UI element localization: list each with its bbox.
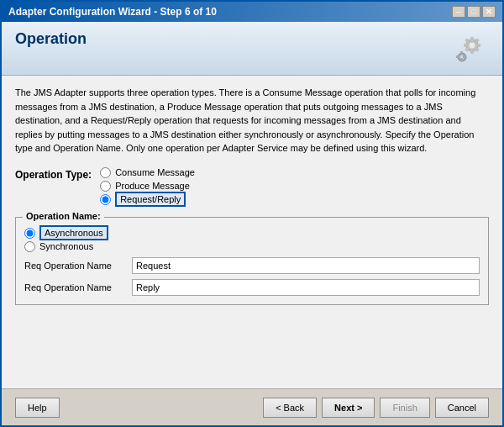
page-title: Operation — [15, 30, 87, 48]
async-radio[interactable] — [24, 228, 35, 239]
maximize-button[interactable]: □ — [467, 6, 480, 18]
sync-radio[interactable] — [24, 241, 35, 252]
cancel-button[interactable]: Cancel — [435, 398, 489, 418]
svg-rect-2 — [470, 37, 474, 41]
svg-rect-14 — [456, 55, 459, 58]
next-button[interactable]: Next > — [322, 398, 375, 418]
operation-type-label: Operation Type: — [15, 167, 92, 181]
svg-rect-3 — [470, 50, 474, 54]
description-text: The JMS Adapter supports three operation… — [15, 86, 489, 156]
req-op-name-label-1: Req Operation Name — [24, 261, 125, 271]
svg-point-1 — [470, 43, 475, 49]
requestreply-radio[interactable] — [100, 194, 111, 205]
svg-rect-13 — [460, 58, 463, 61]
consume-radio[interactable] — [100, 167, 111, 178]
help-button[interactable]: Help — [15, 398, 60, 418]
window-title: Adapter Configuration Wizard - Step 6 of… — [8, 6, 217, 18]
svg-rect-15 — [463, 55, 466, 58]
close-button[interactable]: ✕ — [482, 6, 496, 18]
finish-button[interactable]: Finish — [380, 398, 429, 418]
radio-sync[interactable]: Synchronous — [24, 241, 480, 252]
req-op-name-input-2[interactable] — [132, 279, 480, 296]
operation-type-radio-group: Consume Message Produce Message Request/… — [100, 167, 195, 205]
svg-rect-5 — [476, 44, 480, 47]
radio-requestreply[interactable]: Request/Reply — [100, 194, 195, 205]
radio-async[interactable]: Asynchronous — [24, 228, 480, 239]
operation-name-legend: Operation Name: — [23, 211, 104, 221]
req-op-name-row-1: Req Operation Name — [24, 257, 480, 274]
header-area: Operation — [2, 22, 502, 76]
wizard-window: Adapter Configuration Wizard - Step 6 of… — [0, 0, 504, 427]
async-label: Asynchronous — [39, 228, 108, 238]
footer-left: Help — [15, 398, 60, 418]
title-bar: Adapter Configuration Wizard - Step 6 of… — [2, 2, 502, 22]
svg-rect-4 — [464, 44, 468, 47]
op-name-radios: Asynchronous Synchronous — [24, 228, 480, 252]
produce-label: Produce Message — [115, 181, 190, 191]
produce-radio[interactable] — [100, 181, 111, 192]
footer: Help < Back Next > Finish Cancel — [2, 388, 502, 425]
radio-consume[interactable]: Consume Message — [100, 167, 195, 178]
operation-name-group: Operation Name: Asynchronous Synchronous… — [15, 217, 489, 305]
req-op-name-row-2: Req Operation Name — [24, 279, 480, 296]
gear-icon — [447, 30, 489, 68]
content-area: The JMS Adapter supports three operation… — [2, 76, 502, 388]
back-button[interactable]: < Back — [263, 398, 317, 418]
minimize-button[interactable]: ─ — [452, 6, 465, 18]
title-bar-buttons: ─ □ ✕ — [452, 6, 496, 18]
svg-rect-12 — [460, 51, 463, 55]
req-op-name-label-2: Req Operation Name — [24, 282, 125, 293]
consume-label: Consume Message — [115, 167, 195, 177]
operation-type-row: Operation Type: Consume Message Produce … — [15, 167, 489, 205]
footer-right: < Back Next > Finish Cancel — [263, 398, 489, 418]
requestreply-label: Request/Reply — [115, 194, 186, 204]
sync-label: Synchronous — [39, 241, 93, 251]
radio-produce[interactable]: Produce Message — [100, 181, 195, 192]
req-op-name-input-1[interactable] — [132, 257, 480, 274]
